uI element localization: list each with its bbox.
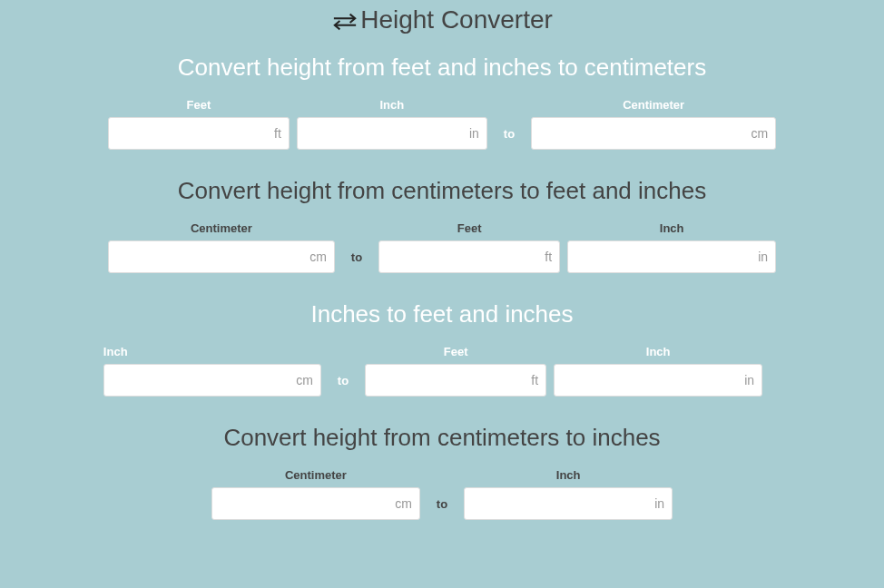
input-container: in (464, 487, 673, 520)
to-label: to (329, 374, 358, 397)
field-label: Inch (556, 468, 581, 482)
unit-label: cm (309, 250, 327, 264)
field-label: Inch (103, 345, 128, 358)
unit-label: ft (531, 373, 538, 387)
field-feet: Feet ft (108, 98, 290, 150)
feet-output[interactable] (373, 373, 525, 387)
page-header: Height Converter (0, 0, 884, 54)
feet-input[interactable] (116, 126, 269, 141)
unit-label: in (758, 250, 768, 264)
conversion-row: Centimeter cm to Feet ft Inch in (0, 221, 884, 273)
field-feet: Feet ft (365, 345, 546, 397)
section-title: Inches to feet and inches (0, 300, 884, 328)
input-container: ft (378, 240, 560, 273)
exchange-icon (331, 9, 359, 31)
field-centimeter: Centimeter cm (211, 468, 420, 520)
field-label: Centimeter (285, 468, 347, 482)
field-label: Inch (379, 98, 404, 112)
conversion-row: Centimeter cm to Inch in (0, 468, 884, 520)
field-inch: Inch in (464, 468, 673, 520)
inch-output[interactable] (575, 250, 752, 264)
input-container: in (554, 364, 762, 397)
unit-label: cm (395, 496, 412, 511)
input-container: cm (531, 117, 776, 150)
section-ftin-to-cm: Convert height from feet and inches to c… (0, 54, 884, 150)
section-cm-to-in: Convert height from centimeters to inche… (0, 424, 884, 520)
inch-input[interactable] (305, 126, 464, 141)
unit-label: cm (296, 373, 313, 387)
page-title: Height Converter (331, 5, 553, 34)
inch-output[interactable] (562, 373, 739, 387)
centimeter-input[interactable] (116, 250, 304, 264)
input-container: cm (211, 487, 420, 520)
input-container: ft (365, 364, 546, 397)
centimeter-output[interactable] (539, 126, 745, 141)
field-inch: Inch in (567, 221, 776, 273)
field-label: Feet (457, 221, 482, 235)
field-label: Feet (186, 98, 211, 112)
field-label: Feet (444, 345, 468, 358)
feet-output[interactable] (387, 250, 539, 264)
section-in-to-ftin: Inches to feet and inches Inch cm to Fee… (0, 300, 884, 397)
conversion-row: Feet ft Inch in to Centimeter cm (0, 98, 884, 150)
field-inch-src: Inch cm (103, 345, 321, 397)
to-label: to (427, 497, 457, 520)
input-container: in (567, 240, 776, 273)
inch-src-input[interactable] (112, 373, 290, 387)
input-container: ft (108, 117, 290, 150)
field-label: Centimeter (191, 221, 252, 235)
unit-label: ft (545, 250, 552, 264)
inch-output[interactable] (472, 496, 649, 511)
field-label: Inch (646, 345, 671, 358)
field-centimeter: Centimeter cm (531, 98, 776, 150)
field-centimeter: Centimeter cm (108, 221, 335, 273)
to-label: to (495, 127, 524, 150)
section-cm-to-ftin: Convert height from centimeters to feet … (0, 177, 884, 273)
unit-label: in (744, 373, 754, 387)
field-feet: Feet ft (378, 221, 560, 273)
input-container: in (297, 117, 487, 150)
unit-label: cm (751, 126, 768, 141)
field-label: Inch (660, 221, 684, 235)
field-inch: Inch in (554, 345, 762, 397)
unit-label: in (654, 496, 664, 511)
to-label: to (342, 250, 371, 273)
field-inch: Inch in (297, 98, 487, 150)
input-container: cm (103, 364, 321, 397)
section-title: Convert height from centimeters to feet … (0, 177, 884, 205)
field-label: Centimeter (623, 98, 684, 112)
page-title-text: Height Converter (360, 5, 553, 34)
conversion-row: Inch cm to Feet ft Inch in (0, 345, 884, 397)
centimeter-input[interactable] (220, 496, 389, 511)
unit-label: ft (274, 126, 281, 141)
input-container: cm (108, 240, 335, 273)
unit-label: in (469, 126, 479, 141)
section-title: Convert height from feet and inches to c… (0, 54, 884, 82)
section-title: Convert height from centimeters to inche… (0, 424, 884, 452)
